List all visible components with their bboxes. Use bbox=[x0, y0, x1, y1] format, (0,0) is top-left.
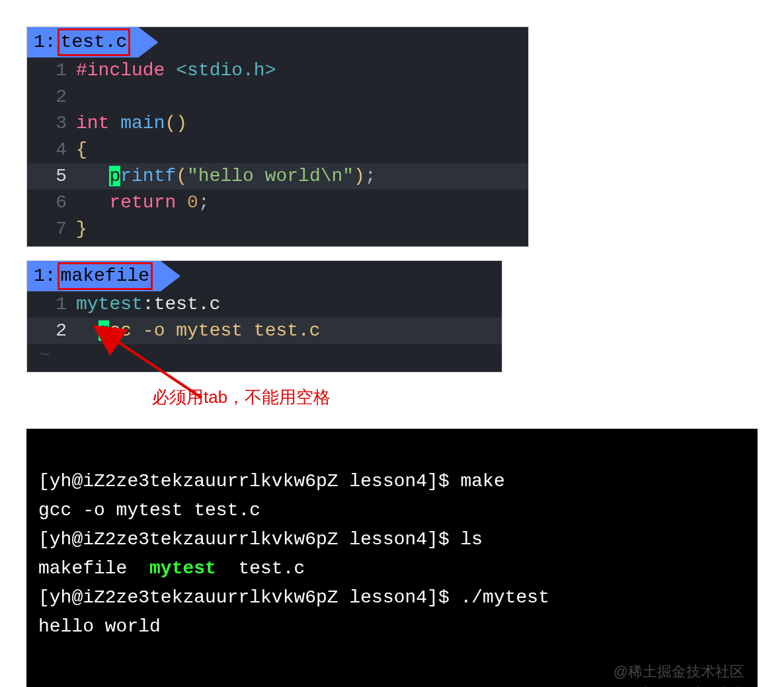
line-number: 2 bbox=[27, 318, 76, 344]
command: make bbox=[461, 471, 505, 491]
line-number: 7 bbox=[27, 216, 76, 242]
ls-output: makefile bbox=[38, 558, 149, 579]
code-area[interactable]: 1 mytest:test.c 2 gcc -o mytest test.c ~ bbox=[27, 291, 502, 372]
line-number: 3 bbox=[27, 110, 76, 137]
line-number: 1 bbox=[27, 57, 76, 84]
code-line: 6 return 0; bbox=[27, 190, 528, 216]
tab-makefile[interactable]: 1: makefile bbox=[27, 261, 180, 291]
output: gcc -o mytest test.c bbox=[38, 500, 260, 521]
code-line-current: 5 printf("hello world\n"); bbox=[27, 163, 528, 190]
tab-filename: makefile bbox=[61, 266, 149, 286]
tab-row: 1: test.c bbox=[27, 27, 528, 57]
cursor: g bbox=[98, 320, 110, 341]
editor-test-c: 1: test.c 1 #include <stdio.h> 2 3 int m… bbox=[26, 26, 529, 247]
line-number: 4 bbox=[27, 137, 76, 163]
code-line: 2 bbox=[27, 84, 528, 110]
filename-highlight: makefile bbox=[58, 262, 153, 290]
tab-index: 1: bbox=[34, 30, 56, 54]
annotation-caption: 必须用tab，不能用空格 bbox=[152, 386, 758, 409]
command: ./mytest bbox=[461, 587, 549, 608]
code-area[interactable]: 1 #include <stdio.h> 2 3 int main() 4 { … bbox=[27, 57, 528, 246]
code-line: 4 { bbox=[27, 137, 528, 163]
command: ls bbox=[461, 529, 483, 550]
prompt: [yh@iZ2ze3tekzauurrlkvkw6pZ lesson4]$ bbox=[38, 471, 461, 491]
prompt: [yh@iZ2ze3tekzauurrlkvkw6pZ lesson4]$ bbox=[38, 529, 461, 550]
code-line: 1 #include <stdio.h> bbox=[27, 57, 528, 84]
cursor: p bbox=[109, 166, 120, 186]
watermark: https://blog.csdn.net/ 头条@程序那点事 bbox=[509, 678, 744, 687]
editor-makefile: 1: makefile 1 mytest:test.c 2 gcc -o myt… bbox=[26, 260, 502, 373]
line-number: 2 bbox=[27, 84, 76, 110]
tab-row: 1: makefile bbox=[27, 261, 502, 291]
code-line: 1 mytest:test.c bbox=[27, 291, 502, 318]
terminal[interactable]: [yh@iZ2ze3tekzauurrlkvkw6pZ lesson4]$ ma… bbox=[26, 429, 758, 687]
filename-highlight: test.c bbox=[58, 28, 131, 56]
line-number: 1 bbox=[27, 291, 76, 318]
tab-test-c[interactable]: 1: test.c bbox=[27, 27, 158, 57]
line-number: 5 bbox=[27, 163, 76, 190]
prompt: [yh@iZ2ze3tekzauurrlkvkw6pZ lesson4]$ bbox=[38, 587, 461, 608]
tab-index: 1: bbox=[34, 264, 56, 288]
code-line: 7 } bbox=[27, 216, 528, 242]
ls-executable: mytest bbox=[149, 558, 216, 579]
line-number: 6 bbox=[27, 190, 76, 216]
code-line-current: 2 gcc -o mytest test.c bbox=[27, 318, 502, 344]
tilde-empty-line: ~ bbox=[27, 344, 502, 368]
ls-output: test.c bbox=[216, 558, 305, 579]
code-line: 3 int main() bbox=[27, 110, 528, 137]
output: hello world bbox=[38, 616, 161, 637]
tab-filename: test.c bbox=[61, 32, 128, 52]
